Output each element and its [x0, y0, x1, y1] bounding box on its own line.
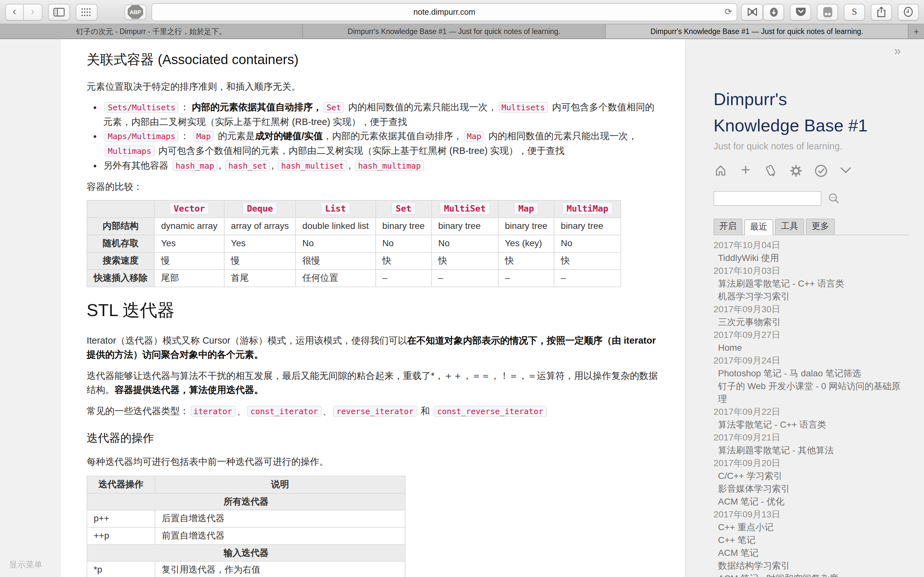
bowtie-icon: [746, 7, 758, 17]
share-button[interactable]: [871, 3, 892, 20]
timeline-item-link[interactable]: 算法刷题零散笔记 - C++ 语言类: [714, 277, 909, 290]
timeline-item-link[interactable]: 算法零散笔记 - C++ 语言类: [714, 418, 909, 431]
text-segment: ,: [271, 160, 276, 171]
tab-overview-button[interactable]: [76, 3, 97, 20]
compare-cell: 慢: [224, 252, 296, 269]
inline-code: hash_multimap: [355, 160, 424, 171]
timeline-item-link[interactable]: 算法刷题零散笔记 - 其他算法: [714, 444, 909, 456]
address-bar[interactable]: note.dimpurr.com ⟳: [152, 3, 737, 21]
search-input[interactable]: [714, 191, 821, 206]
timeline-date-link[interactable]: 2017年09月27日: [714, 328, 909, 341]
inline-code: Set: [391, 202, 416, 215]
compare-cell: 快: [431, 252, 498, 269]
compare-cell: double linked list: [296, 218, 375, 235]
text-segment: 、: [236, 406, 246, 416]
tiddler-article: 关联式容器 (Associated containers) 元素位置取决于特定的…: [61, 39, 685, 577]
sidebar-tab[interactable]: 工具: [775, 219, 804, 235]
reload-icon[interactable]: ⟳: [725, 6, 732, 16]
sidebar-tab[interactable]: 开启: [714, 219, 742, 235]
timeline-date-link[interactable]: 2017年09月21日: [714, 431, 909, 444]
bullet-item: Sets/Multisets： 内部的元素依据其值自动排序，Set 内的相同数值…: [103, 100, 658, 129]
text-segment: 内部的元素依据其值自动排序，: [192, 102, 322, 112]
timeline-item-link[interactable]: 影音媒体学习索引: [714, 482, 909, 495]
new-journal-button[interactable]: [764, 163, 778, 177]
adblock-extension-button[interactable]: ABP: [124, 4, 146, 19]
timeline-item-link[interactable]: ACM 笔记 - 时间和空间复杂度: [714, 572, 909, 577]
sidebar-collapse-button[interactable]: »: [714, 44, 901, 61]
back-icon: ‹: [13, 6, 16, 17]
timeline-item-link[interactable]: C/C++ 学习索引: [714, 469, 909, 482]
inline-code: Set: [323, 102, 344, 113]
s-extension-button[interactable]: S: [844, 3, 865, 20]
home-button[interactable]: [714, 163, 728, 177]
ops-header-cell: 说明: [155, 476, 405, 493]
grid-icon: [81, 8, 92, 16]
password-extension-button[interactable]: [817, 3, 838, 20]
timeline-date-link[interactable]: 2017年09月24日: [714, 354, 909, 367]
timeline-item-link[interactable]: 数据结构学习索引: [714, 559, 909, 572]
browser-tab[interactable]: Dimpurr's Knowledge Base #1 — Just for q…: [303, 24, 606, 39]
site-subtitle: Just for quick notes of learning.: [714, 141, 909, 151]
settings-gear-button[interactable]: [788, 163, 803, 177]
compare-cell: binary tree: [375, 218, 431, 235]
timeline-date-link[interactable]: 2017年09月20日: [714, 456, 909, 469]
story-river: 关联式容器 (Associated containers) 元素位置取决于特定的…: [61, 39, 686, 577]
back-button[interactable]: ‹: [5, 3, 24, 20]
timeline-date-link[interactable]: 2017年09月22日: [714, 405, 909, 418]
timeline-item-link[interactable]: 三次元事物索引: [714, 316, 909, 328]
ops-desc-cell: 复引用迭代器，作为右值: [155, 562, 405, 577]
pocket-extension-button[interactable]: [790, 3, 811, 20]
userscript-extension-button[interactable]: [741, 3, 763, 20]
browser-tab[interactable]: 钉子の次元 - Dimpurr - 千里之行，始於足下。: [0, 24, 303, 39]
sidebar-tab[interactable]: 更多: [806, 219, 835, 235]
timeline-item-link[interactable]: 机器学习学习索引: [714, 290, 909, 303]
subsection-heading-iterator-ops: 迭代器的操作: [87, 430, 658, 447]
more-actions-button[interactable]: [838, 163, 853, 177]
inline-code: MultiSet: [439, 202, 490, 215]
timeline-item-link[interactable]: C++ 重点小记: [714, 521, 909, 533]
compare-cell: 快: [554, 252, 621, 269]
timeline-item-link[interactable]: ACM 笔记 - 优化: [714, 495, 909, 508]
show-menu-button[interactable]: 显示菜单: [9, 559, 42, 571]
text-segment: 内可包含多个数值相同的元素，内部由二叉树实现（实际上基于红黑树 (RB-tree…: [156, 145, 564, 156]
timeline-date-link[interactable]: 2017年09月30日: [714, 303, 909, 316]
sidebar-tab[interactable]: 最近: [744, 219, 773, 235]
download-extension-button[interactable]: [763, 3, 784, 20]
new-tiddler-button[interactable]: +: [738, 163, 753, 177]
compare-row-label: 快速插入移除: [87, 269, 154, 287]
compare-cell: –: [498, 269, 554, 287]
ops-section-row: 所有迭代器: [87, 493, 405, 510]
compare-cell: 尾部: [154, 269, 224, 287]
timeline-date-link[interactable]: 2017年10月04日: [714, 239, 909, 251]
timeline-item-link[interactable]: 钉子的 Web 开发小课堂 - 0 网站访问的基础原理: [714, 380, 909, 405]
text-segment: 另外有其他容器: [103, 160, 171, 171]
inline-code: Map: [464, 131, 485, 142]
forward-button[interactable]: ›: [24, 3, 42, 20]
site-title[interactable]: Dimpurr's Knowledge Base #1: [714, 87, 874, 139]
paragraph: 迭代器能够让迭代器与算法不干扰的相互发展，最后又能无间隙的粘合起来，重载了*，＋…: [87, 369, 658, 398]
browser-tab[interactable]: Dimpurr's Knowledge Base #1 — Just for q…: [606, 24, 909, 39]
history-button[interactable]: [898, 3, 919, 20]
compare-cell: 快: [375, 252, 431, 269]
inline-code: Multimaps: [105, 145, 154, 156]
new-tab-button[interactable]: +: [909, 24, 924, 39]
compare-cell: 快: [498, 252, 554, 269]
text-segment: Iterator（迭代器）模式又称 Cursor（游标）模式，运用该模式，使得我…: [87, 335, 407, 346]
timeline-item-link[interactable]: Photoshop 笔记 - 马 dalao 笔记筛选: [714, 367, 909, 380]
save-check-button[interactable]: [814, 163, 828, 177]
sidebar-toggle-button[interactable]: [48, 3, 70, 20]
compare-row-label: 随机存取: [87, 235, 154, 252]
advanced-search-icon[interactable]: [828, 192, 840, 205]
timeline-date-link[interactable]: 2017年10月03日: [714, 264, 909, 277]
timeline-date-link[interactable]: 2017年09月13日: [714, 508, 909, 521]
ops-section-row: 输入迭代器: [87, 544, 405, 561]
timeline-item-link[interactable]: C++ 笔记: [714, 533, 909, 546]
compare-cell: No: [554, 235, 621, 252]
timeline-item-link[interactable]: ACM 笔记: [714, 546, 909, 559]
compare-cell: Yes: [154, 235, 224, 252]
timeline-item-link[interactable]: Home: [714, 341, 909, 354]
timeline-item-link[interactable]: TiddlyWiki 使用: [714, 251, 909, 264]
paragraph: Iterator（迭代器）模式又称 Cursor（游标）模式，运用该模式，使得我…: [87, 334, 658, 362]
inline-code: reverse_iterator: [333, 406, 417, 417]
page-controls: +: [714, 163, 909, 177]
